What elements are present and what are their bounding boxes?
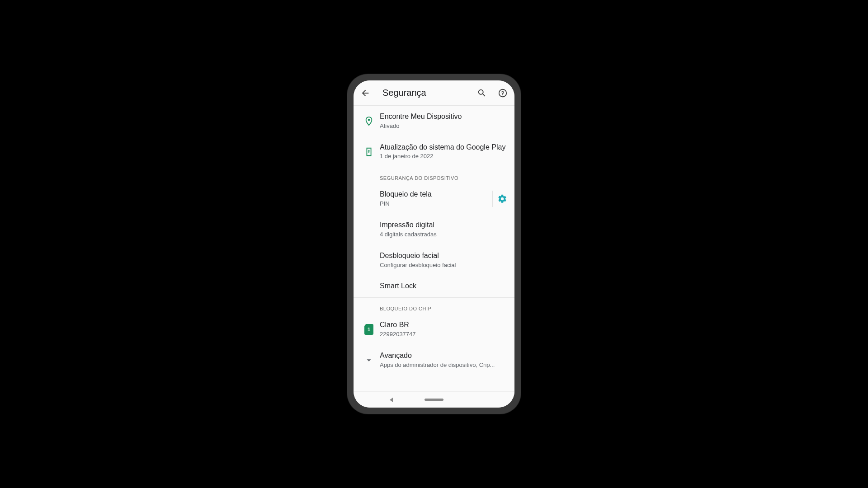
row-subtitle: Configurar desbloqueio facial: [380, 262, 507, 269]
nav-home-pill[interactable]: [425, 399, 443, 401]
row-title: Smart Lock: [380, 282, 507, 291]
sim-lock-row[interactable]: 1 Claro BR 22992037747: [354, 314, 514, 345]
svg-point-0: [368, 119, 370, 121]
row-title: Desbloqueio facial: [380, 251, 507, 261]
screen-lock-settings-button[interactable]: [492, 191, 507, 207]
row-title: Impressão digital: [380, 221, 507, 230]
arrow-left-icon: [360, 88, 370, 98]
play-system-update-row[interactable]: Atualização do sistema do Google Play 1 …: [354, 136, 514, 167]
sim-card-icon: 1: [364, 324, 373, 335]
row-title: Bloqueio de tela: [380, 190, 489, 199]
help-icon: [498, 88, 508, 98]
row-title: Atualização do sistema do Google Play: [380, 143, 507, 152]
search-button[interactable]: [476, 87, 488, 99]
face-unlock-row[interactable]: Desbloqueio facial Configurar desbloquei…: [354, 245, 514, 276]
location-icon: [358, 116, 380, 126]
advanced-row[interactable]: Avançado Apps do administrador de dispos…: [354, 345, 514, 375]
smart-lock-row[interactable]: Smart Lock: [354, 275, 514, 297]
row-title: Encontre Meu Dispositivo: [380, 112, 507, 122]
search-icon: [477, 88, 487, 98]
section-header-device-security: SEGURANÇA DO DISPOSITIVO: [354, 167, 514, 183]
row-subtitle: Apps do administrador de dispositivo, Cr…: [380, 361, 507, 369]
settings-list[interactable]: Encontre Meu Dispositivo Ativado Atualiz…: [354, 106, 514, 391]
help-button[interactable]: [496, 87, 509, 99]
app-bar: Segurança: [354, 80, 514, 106]
row-subtitle: 22992037747: [380, 331, 507, 338]
row-title: Claro BR: [380, 320, 507, 330]
chevron-down-icon: [358, 355, 380, 365]
row-subtitle: PIN: [380, 200, 489, 208]
system-nav-bar: [354, 391, 514, 408]
row-title: Avançado: [380, 351, 507, 361]
section-header-sim-lock: BLOQUEIO DO CHIP: [354, 298, 514, 314]
row-subtitle: 4 digitais cadastradas: [380, 231, 507, 239]
row-subtitle: 1 de janeiro de 2022: [380, 153, 507, 160]
gear-icon: [497, 194, 507, 204]
fingerprint-row[interactable]: Impressão digital 4 digitais cadastradas: [354, 214, 514, 245]
back-button[interactable]: [359, 87, 372, 99]
find-my-device-row[interactable]: Encontre Meu Dispositivo Ativado: [354, 106, 514, 136]
nav-back-button[interactable]: [390, 398, 393, 402]
page-title: Segurança: [382, 88, 467, 98]
screen: Segurança Encontre Meu Dispositivo Ativa…: [354, 80, 514, 408]
screen-lock-row[interactable]: Bloqueio de tela PIN: [354, 183, 514, 214]
row-subtitle: Ativado: [380, 122, 507, 130]
device-frame: Segurança Encontre Meu Dispositivo Ativa…: [347, 74, 521, 414]
system-update-icon: [358, 147, 380, 157]
